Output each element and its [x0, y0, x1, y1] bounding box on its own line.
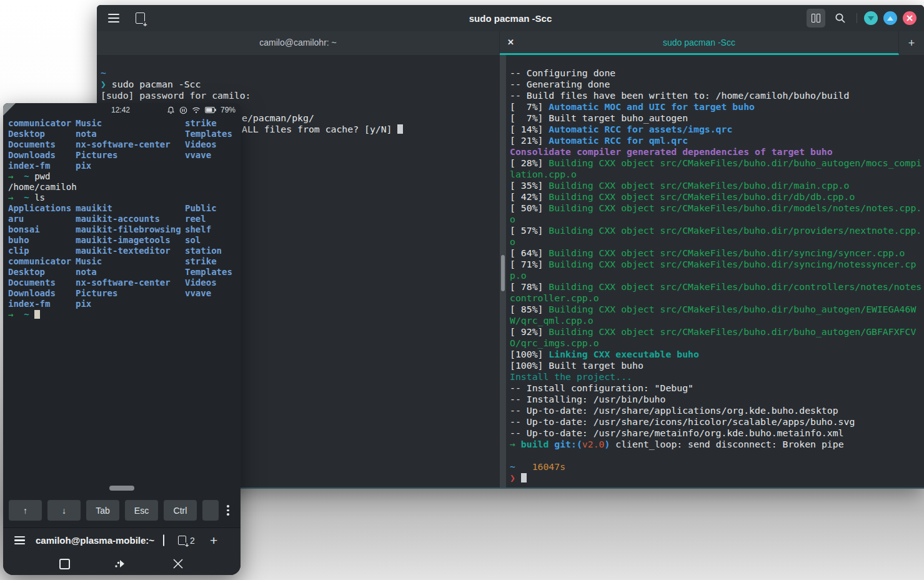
tab-overview-button[interactable]: 2 [178, 536, 195, 546]
maximize-button[interactable] [883, 11, 897, 25]
directory-name: communicator [8, 118, 76, 129]
directory-listing-row: clipmauikit-texteditorstation [8, 246, 241, 256]
split-view-button[interactable] [807, 9, 825, 28]
terminal-line: → build git:(v2.0) client_loop: send dis… [510, 439, 924, 450]
terminal-line: [ 7%] Automatic MOC and UIC for target b… [510, 101, 924, 112]
terminal-line: ~ [101, 68, 500, 79]
directory-name: Applications [8, 203, 76, 214]
status-icons: 79% [167, 106, 236, 114]
tab-bar: camilo@camilohr: ~ ✕ sudo pacman -Scc + [97, 31, 924, 55]
battery-percent: 79% [221, 106, 236, 114]
scrollbar-handle[interactable] [501, 255, 505, 291]
tab-close-icon[interactable]: ✕ [507, 31, 514, 53]
directory-name: shelf [185, 224, 241, 235]
close-button[interactable] [903, 11, 917, 25]
directory-name: Documents [8, 278, 76, 288]
menu-button[interactable] [104, 9, 123, 28]
directory-name: Desktop [8, 129, 76, 139]
terminal-line: [ 85%] Building CXX object src/CMakeFile… [510, 304, 924, 326]
key-button-ctrl[interactable]: Ctrl [164, 500, 197, 521]
directory-name [185, 161, 241, 171]
directory-name: index-fm [8, 299, 76, 309]
directory-name: mauikit-texteditor [76, 246, 185, 256]
key-button-partial[interactable] [202, 500, 219, 521]
terminal-line: Install the project... [510, 371, 924, 382]
directory-name: pix [76, 299, 185, 309]
directory-listing-row: communicatorMusicstrike [8, 118, 241, 129]
terminal-line: [ 64%] Building CXX object src/CMakeFile… [510, 248, 924, 259]
directory-name: nota [76, 267, 185, 278]
add-tab-button[interactable]: + [210, 533, 217, 548]
tab-label: camilo@camilohr: ~ [259, 38, 337, 48]
directory-listing-row: bonsaimauikit-filebrowsingshelf [8, 224, 241, 235]
task-switcher-icon[interactable] [114, 558, 127, 570]
titlebar-actions [807, 9, 917, 28]
tab-shell[interactable]: camilo@camilohr: ~ [97, 31, 500, 55]
directory-listing-row: buhomauikit-imagetoolssol [8, 235, 241, 246]
split-view-icon [812, 14, 820, 22]
new-tab-button[interactable] [131, 9, 149, 28]
directory-name: Downloads [8, 288, 76, 299]
directory-name: Public [185, 203, 241, 214]
new-tab-plus-button[interactable]: + [899, 31, 924, 55]
directory-name: nx-software-center [76, 139, 185, 150]
pane-divider[interactable] [500, 55, 506, 488]
key-button-arrow[interactable]: ↓ [47, 500, 81, 521]
directory-name: Videos [185, 139, 241, 150]
terminal-line: ❯ sudo pacman -Scc [101, 79, 500, 90]
terminal-line: /home/camiloh [8, 182, 241, 192]
status-bar: 12:42 79% [3, 103, 241, 117]
directory-name: Templates [185, 267, 241, 278]
key-button-esc[interactable]: Esc [125, 500, 158, 521]
directory-name: strike [185, 256, 241, 267]
minimize-button[interactable] [864, 11, 878, 25]
directory-listing-row: DownloadsPicturesvvave [8, 288, 241, 299]
keyboard-toggle-button[interactable] [163, 535, 164, 546]
directory-name: mauikit-imagetools [76, 235, 185, 246]
search-button[interactable] [831, 9, 850, 28]
terminal-line: → ~ pwd [8, 171, 241, 182]
directory-name: aru [8, 214, 76, 224]
directory-name: vvave [185, 288, 241, 299]
right-terminal-output: -- Configuring done-- Generating done-- … [506, 55, 924, 484]
windowed-mode-icon[interactable] [59, 559, 70, 569]
directory-name: Templates [185, 129, 241, 139]
directory-name [185, 299, 241, 309]
terminal-line: [ 35%] Building CXX object src/CMakeFile… [510, 180, 924, 191]
overflow-menu-icon[interactable] [227, 505, 229, 516]
notification-bell-icon [167, 106, 175, 114]
mobile-nav-bar [3, 552, 241, 575]
terminal-line: → ~ ls [8, 192, 241, 203]
directory-name: communicator [8, 256, 76, 267]
directory-name: Desktop [8, 267, 76, 278]
close-window-icon[interactable] [172, 558, 184, 570]
drag-handle[interactable] [109, 486, 134, 491]
terminal-line: Consolidate compiler generated dependenc… [510, 146, 924, 158]
right-terminal-pane[interactable]: -- Configuring done-- Generating done-- … [506, 55, 924, 488]
terminal-cursor [397, 124, 403, 134]
directory-listing-row: DownloadsPicturesvvave [8, 150, 241, 161]
terminal-line: [ 57%] Building CXX object src/CMakeFile… [510, 225, 924, 248]
directory-name: Downloads [8, 150, 76, 161]
directory-name: Pictures [76, 288, 185, 299]
media-pause-icon [179, 106, 187, 114]
terminal-line: -- Installing: /usr/bin/buho [510, 394, 924, 405]
directory-name: Pictures [76, 150, 185, 161]
directory-name: mauikit-accounts [76, 214, 185, 224]
minimize-icon [868, 16, 874, 21]
terminal-line: [sudo] password for camilo: [101, 90, 500, 101]
directory-name: bonsai [8, 224, 76, 235]
terminal-line: [ 28%] Building CXX object src/CMakeFile… [510, 158, 924, 180]
directory-name: buho [8, 235, 76, 246]
tab-pacman[interactable]: ✕ sudo pacman -Scc [500, 31, 899, 55]
mobile-menu-button[interactable] [14, 539, 25, 541]
directory-name: Music [76, 256, 185, 267]
hamburger-icon [108, 18, 119, 19]
key-button-arrow[interactable]: ↑ [9, 500, 42, 521]
window-title: sudo pacman -Scc [97, 13, 924, 24]
directory-name: Music [76, 118, 185, 129]
hamburger-icon [14, 539, 25, 541]
key-button-tab[interactable]: Tab [86, 500, 119, 521]
directory-name: nota [76, 129, 185, 139]
directory-listing-row: Documentsnx-software-centerVideos [8, 139, 241, 150]
